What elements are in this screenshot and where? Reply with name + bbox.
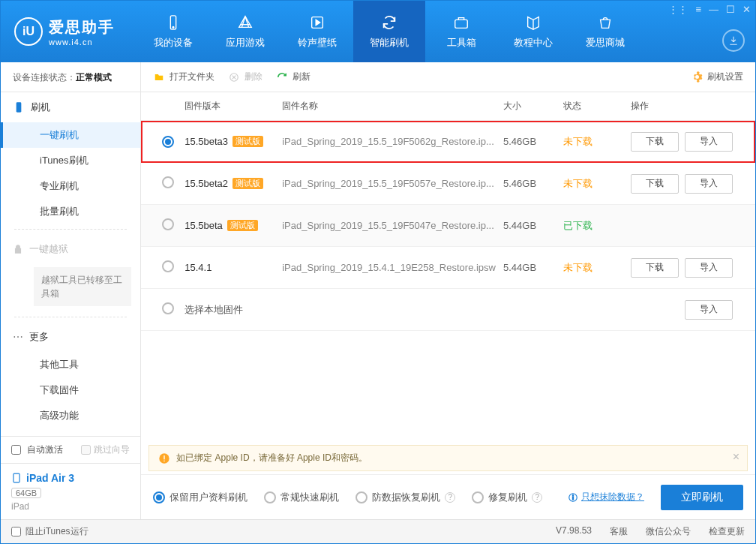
firmware-row[interactable]: 15.5beta3测试版iPad_Spring_2019_15.5_19F506… bbox=[141, 121, 755, 163]
win-maximize-icon[interactable]: ☐ bbox=[726, 4, 735, 15]
win-minimize-icon[interactable]: — bbox=[709, 4, 718, 15]
beta-tag: 测试版 bbox=[232, 136, 263, 147]
sidebar: 设备连接状态：正常模式 刷机 一键刷机iTunes刷机专业刷机批量刷机 一键越狱… bbox=[1, 62, 141, 519]
sidebar-item[interactable]: 专业刷机 bbox=[1, 173, 140, 199]
firmware-name: iPad_Spring_2019_15.4.1_19E258_Restore.i… bbox=[282, 262, 503, 273]
logo-title: 爱思助手 bbox=[49, 17, 115, 38]
app-version: V7.98.53 bbox=[556, 525, 592, 538]
radio[interactable] bbox=[162, 218, 174, 230]
sidebar-item[interactable]: 下载固件 bbox=[1, 377, 140, 403]
group-flash-label: 刷机 bbox=[31, 101, 50, 114]
help-icon[interactable]: ? bbox=[445, 492, 455, 503]
erase-data-link[interactable]: 只想抹除数据？ bbox=[568, 491, 644, 503]
svg-rect-4 bbox=[16, 102, 22, 112]
sidebar-item[interactable]: iTunes刷机 bbox=[1, 148, 140, 173]
firmware-size: 5.44GB bbox=[503, 262, 563, 273]
folder-icon bbox=[153, 71, 165, 83]
device-status: 设备连接状态：正常模式 bbox=[1, 62, 140, 92]
footer-wechat[interactable]: 微信公众号 bbox=[646, 525, 691, 538]
close-icon[interactable]: × bbox=[733, 450, 740, 464]
svg-rect-8 bbox=[164, 455, 165, 459]
svg-rect-9 bbox=[164, 460, 165, 461]
nav-icon bbox=[452, 14, 470, 32]
status-label: 设备连接状态： bbox=[13, 72, 76, 83]
divider bbox=[14, 229, 127, 230]
flash-settings-button[interactable]: 刷机设置 bbox=[691, 71, 743, 83]
flash-now-button[interactable]: 立即刷机 bbox=[661, 485, 743, 510]
win-menu-icon[interactable]: ⋮⋮ bbox=[668, 4, 688, 15]
refresh-button[interactable]: 刷新 bbox=[276, 71, 310, 83]
sidebar-item[interactable]: 高级功能 bbox=[1, 403, 140, 428]
import-button[interactable]: 导入 bbox=[685, 132, 733, 152]
firmware-version: 15.5beta测试版 bbox=[184, 220, 282, 231]
radio[interactable] bbox=[162, 136, 174, 148]
firmware-row[interactable]: 选择本地固件导入 bbox=[141, 289, 755, 331]
footer-update[interactable]: 检查更新 bbox=[709, 525, 745, 538]
firmware-row[interactable]: 15.5beta2测试版iPad_Spring_2019_15.5_19F505… bbox=[141, 163, 755, 205]
sidebar-item[interactable]: 一键刷机 bbox=[1, 122, 140, 148]
status-bar: 阻止iTunes运行 V7.98.53 客服 微信公众号 检查更新 bbox=[1, 519, 755, 543]
logo-subtitle: www.i4.cn bbox=[49, 38, 115, 47]
sidebar-item[interactable]: 其他工具 bbox=[1, 352, 140, 377]
open-folder-button[interactable]: 打开文件夹 bbox=[153, 71, 214, 83]
sidebar-group-flash[interactable]: 刷机 bbox=[1, 92, 140, 122]
auto-activate-checkbox[interactable] bbox=[11, 445, 21, 455]
firmware-name: iPad_Spring_2019_15.5_19F5047e_Restore.i… bbox=[282, 220, 503, 231]
nav-item-4[interactable]: 工具箱 bbox=[425, 1, 497, 62]
nav-icon bbox=[524, 14, 542, 32]
radio[interactable] bbox=[264, 491, 276, 503]
nav-icon bbox=[308, 14, 326, 32]
content: 打开文件夹 删除 刷新 刷机设置 固件版本 固件名称 大小 状态 操作 15.5… bbox=[141, 62, 755, 519]
import-button[interactable]: 导入 bbox=[685, 174, 733, 194]
select-local-firmware[interactable]: 选择本地固件 bbox=[184, 303, 631, 317]
firmware-size: 5.44GB bbox=[503, 220, 563, 231]
nav-icon bbox=[596, 14, 614, 32]
nav-item-2[interactable]: 铃声壁纸 bbox=[281, 1, 353, 62]
flash-option[interactable]: 常规快速刷机 bbox=[264, 491, 339, 504]
nav-item-1[interactable]: 应用游戏 bbox=[209, 1, 281, 62]
more-icon: ⋯ bbox=[13, 331, 23, 343]
flash-option[interactable]: 保留用户资料刷机 bbox=[153, 491, 248, 504]
nav-icon bbox=[164, 14, 182, 32]
sidebar-item[interactable]: 批量刷机 bbox=[1, 199, 140, 224]
radio[interactable] bbox=[162, 302, 174, 314]
nav-item-6[interactable]: 爱思商城 bbox=[569, 1, 641, 62]
radio[interactable] bbox=[153, 491, 165, 503]
beta-tag: 测试版 bbox=[232, 178, 263, 189]
sidebar-group-more[interactable]: ⋯ 更多 bbox=[1, 322, 140, 352]
win-close-icon[interactable]: ✕ bbox=[742, 4, 751, 15]
flash-option[interactable]: 修复刷机? bbox=[472, 491, 542, 504]
nav-item-3[interactable]: 智能刷机 bbox=[353, 1, 425, 62]
flash-options: 保留用户资料刷机常规快速刷机防数据恢复刷机?修复刷机? 只想抹除数据？ 立即刷机 bbox=[141, 474, 755, 519]
footer-support[interactable]: 客服 bbox=[610, 525, 628, 538]
block-itunes-checkbox[interactable] bbox=[11, 527, 21, 536]
beta-tag: 测试版 bbox=[227, 220, 258, 231]
radio[interactable] bbox=[162, 260, 174, 272]
download-button[interactable]: 下载 bbox=[631, 258, 679, 278]
divider bbox=[14, 317, 127, 317]
svg-rect-11 bbox=[572, 496, 573, 499]
nav-item-5[interactable]: 教程中心 bbox=[497, 1, 569, 62]
flash-option[interactable]: 防数据恢复刷机? bbox=[356, 491, 455, 504]
toolbar: 打开文件夹 删除 刷新 刷机设置 bbox=[141, 62, 755, 92]
block-itunes[interactable]: 阻止iTunes运行 bbox=[11, 525, 88, 538]
import-button[interactable]: 导入 bbox=[685, 300, 733, 320]
device-name[interactable]: iPad Air 3 bbox=[11, 471, 130, 485]
radio[interactable] bbox=[472, 491, 484, 503]
auto-activate-label: 自动激活 bbox=[27, 443, 63, 456]
download-button[interactable]: 下载 bbox=[631, 174, 679, 194]
import-button[interactable]: 导入 bbox=[685, 258, 733, 278]
firmware-row[interactable]: 15.5beta测试版iPad_Spring_2019_15.5_19F5047… bbox=[141, 205, 755, 247]
radio[interactable] bbox=[162, 176, 174, 188]
col-size: 大小 bbox=[503, 100, 563, 113]
radio[interactable] bbox=[356, 491, 368, 503]
help-icon[interactable]: ? bbox=[532, 492, 542, 503]
app-header: ⋮⋮ ≡ — ☐ ✕ iU 爱思助手 www.i4.cn 我的设备应用游戏铃声壁… bbox=[1, 1, 755, 62]
download-button[interactable]: 下载 bbox=[631, 132, 679, 152]
firmware-row[interactable]: 15.4.1iPad_Spring_2019_15.4.1_19E258_Res… bbox=[141, 247, 755, 289]
device-storage: 64GB bbox=[11, 488, 41, 498]
svg-rect-5 bbox=[14, 473, 20, 482]
download-manager-icon[interactable] bbox=[722, 29, 745, 52]
nav-item-0[interactable]: 我的设备 bbox=[137, 1, 209, 62]
win-skin-icon[interactable]: ≡ bbox=[695, 4, 701, 15]
